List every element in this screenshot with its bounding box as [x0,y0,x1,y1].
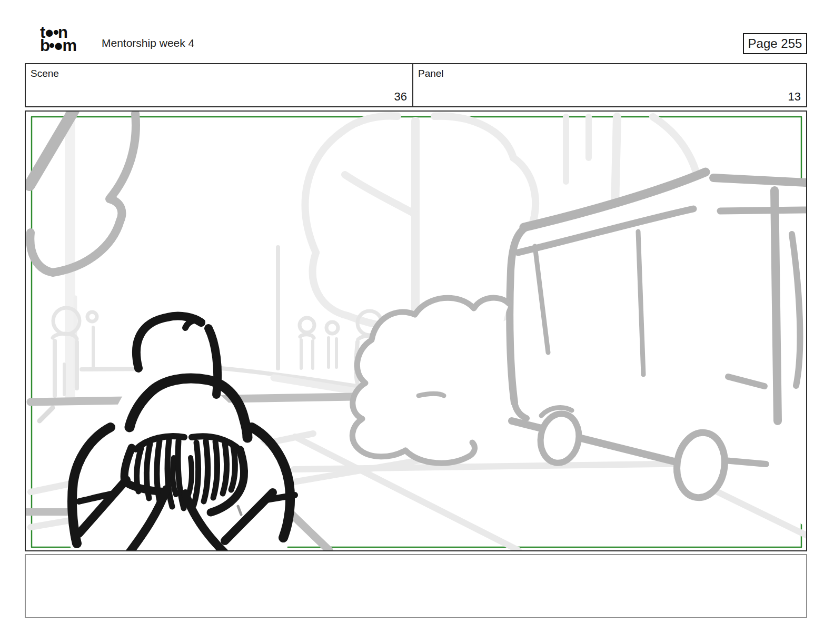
scene-cell: Scene 36 [26,64,413,106]
bus-sketch [509,171,806,529]
panel-label: Panel [418,68,444,79]
page-number-label: Page 255 [748,36,802,51]
page-number-box: Page 255 [743,33,807,54]
storyboard-page: t●•n b•●m Mentorship week 4 Page 255 Sce… [0,0,834,644]
project-title: Mentorship week 4 [102,37,194,49]
scene-label: Scene [31,68,59,79]
foreground-tree-sketch [29,112,136,273]
scene-panel-table: Scene 36 Panel 13 [25,63,807,107]
storyboard-panel [25,110,807,551]
scene-value: 36 [394,90,407,104]
storyboard-drawing [26,112,806,550]
panel-value: 13 [788,90,801,104]
toonboom-logo-line2: b•●m [40,39,76,53]
panel-cell: Panel 13 [413,64,806,106]
caption-box [25,554,807,618]
toonboom-logo: t●•n b•●m [40,26,76,53]
cloud-sketch [352,298,510,463]
character-sketch [68,315,295,550]
